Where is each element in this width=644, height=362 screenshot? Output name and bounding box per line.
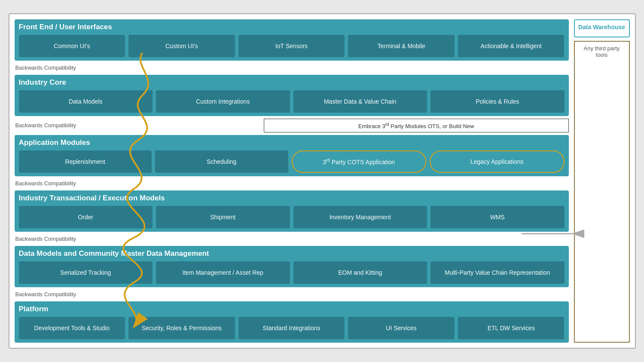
card-wms: WMS	[430, 206, 565, 228]
third-party-label: Any third party tools	[584, 45, 620, 58]
card-standard-integrations: Standard Integrations	[238, 317, 345, 339]
card-etl-dw: ETL DW Services	[458, 317, 565, 339]
card-master-data: Master Data & Value Chain	[293, 90, 427, 113]
section-industry-core-cards: Data Models Custom Integrations Master D…	[19, 90, 565, 113]
card-shipment: Shipment	[156, 206, 290, 228]
card-actionable-intelligent: Actionable & Intelligent	[458, 35, 565, 57]
section-industry-core: Industry Core Data Models Custom Integra…	[15, 75, 569, 116]
card-custom-integrations: Custom Integrations	[156, 90, 290, 113]
backwards-compat-1: Backwards Compatibility	[15, 63, 569, 72]
section-platform-title: Platform	[19, 305, 565, 313]
section-front-end: Front End / User Interfaces Common UI's …	[15, 19, 569, 61]
data-warehouse-title: Data Warehouse	[578, 24, 626, 31]
card-inventory-management: Inventory Management	[293, 206, 427, 228]
backwards-compat-row-2: Backwards Compatibility Embrace 3rd Part…	[15, 119, 569, 132]
section-front-end-cards: Common UI's Custom UI's IoT Sensors Term…	[19, 35, 565, 57]
data-warehouse-box: Data Warehouse	[574, 19, 630, 37]
section-platform: Platform Development Tools & Studio Secu…	[15, 301, 569, 343]
section-platform-cards: Development Tools & Studio Security, Rol…	[19, 317, 565, 339]
section-industry-core-title: Industry Core	[19, 78, 565, 87]
card-3rd-party-cots: 3rd Party COTS Application	[292, 150, 427, 173]
card-scheduling: Scheduling	[155, 150, 288, 173]
third-party-box: Any third party tools	[574, 41, 630, 342]
section-transactional-cards: Order Shipment Inventory Management WMS	[19, 206, 565, 228]
card-iot-sensors: IoT Sensors	[238, 35, 345, 57]
section-data-models-title: Data Models and Community Master Data Ma…	[19, 249, 565, 258]
card-serialized-tracking: Serialized Tracking	[19, 261, 153, 284]
backwards-compat-2: Backwards Compatibility	[15, 121, 77, 130]
card-data-models: Data Models	[19, 90, 153, 113]
card-common-uis: Common UI's	[19, 35, 125, 57]
main-container: Front End / User Interfaces Common UI's …	[9, 13, 636, 348]
section-front-end-title: Front End / User Interfaces	[19, 23, 565, 31]
section-transactional-title: Industry Transactional / Execution Model…	[19, 194, 565, 202]
card-eom-kitting: EOM and Kitting	[293, 261, 427, 284]
backwards-compat-3: Backwards Compatibility	[15, 179, 569, 188]
card-item-management: Item Management / Asset Rep	[156, 261, 290, 284]
card-custom-uis: Custom UI's	[128, 35, 235, 57]
section-data-models: Data Models and Community Master Data Ma…	[15, 246, 569, 287]
card-multi-party: Multi-Party Value Chain Representation	[430, 261, 565, 284]
card-policies-rules: Policies & Rules	[430, 90, 565, 113]
card-terminal-mobile: Terminal & Mobile	[348, 35, 455, 57]
right-sidebar: Data Warehouse Any third party tools	[574, 19, 630, 342]
embrace-box: Embrace 3rd Party Modules OTS, or Build …	[264, 119, 569, 132]
section-transactional: Industry Transactional / Execution Model…	[15, 190, 569, 232]
card-security-roles: Security, Roles & Permissions	[128, 317, 235, 339]
section-app-modules: Application Modules Replenishment Schedu…	[15, 135, 569, 176]
section-app-modules-title: Application Modules	[19, 138, 565, 147]
card-replenishment: Replenishment	[19, 150, 152, 173]
backwards-compat-4: Backwards Compatibility	[15, 234, 569, 243]
backwards-compat-5: Backwards Compatibility	[15, 290, 569, 299]
left-content: Front End / User Interfaces Common UI's …	[15, 19, 569, 342]
card-order: Order	[19, 206, 153, 228]
card-legacy-applications: Legacy Applications	[430, 150, 565, 173]
section-data-models-cards: Serialized Tracking Item Management / As…	[19, 261, 565, 284]
card-ui-services: UI Services	[348, 317, 455, 339]
card-dev-tools: Development Tools & Studio	[19, 317, 125, 339]
embrace-text: Embrace 3rd Party Modules OTS, or Build …	[358, 123, 474, 129]
section-app-modules-cards: Replenishment Scheduling 3rd Party COTS …	[19, 150, 565, 173]
